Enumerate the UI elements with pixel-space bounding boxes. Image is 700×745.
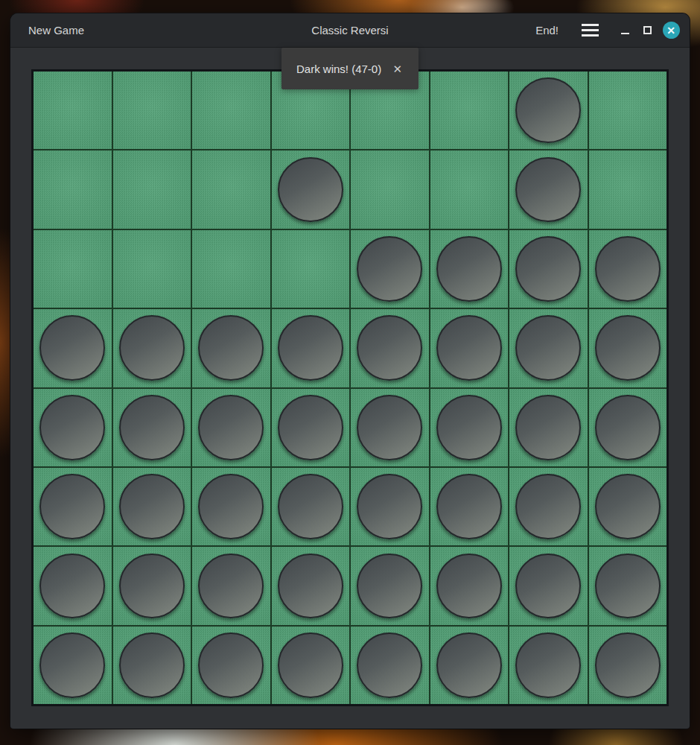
maximize-button[interactable] xyxy=(636,19,658,42)
board-cell[interactable] xyxy=(34,468,112,545)
board-cell[interactable] xyxy=(589,627,667,704)
board-cell[interactable] xyxy=(192,627,270,704)
board-cell[interactable] xyxy=(272,389,350,466)
board-cell[interactable] xyxy=(34,72,112,149)
board-cell[interactable] xyxy=(192,72,270,149)
desktop-background: { "window": { "title": "Classic Reversi"… xyxy=(0,0,700,745)
board-cell[interactable] xyxy=(509,72,588,149)
board-cell[interactable] xyxy=(192,230,270,308)
dark-piece xyxy=(357,474,422,539)
board-cell[interactable] xyxy=(113,230,191,308)
board-cell[interactable] xyxy=(34,150,112,228)
dark-piece xyxy=(515,633,581,698)
dark-piece xyxy=(278,633,343,698)
board-cell[interactable] xyxy=(113,389,191,466)
board-cell[interactable] xyxy=(192,150,270,228)
board-cell[interactable] xyxy=(34,309,112,387)
titlebar[interactable]: New Game Classic Reversi End! ✕ xyxy=(10,13,690,48)
board-cell[interactable] xyxy=(272,468,350,545)
dark-piece xyxy=(436,315,502,381)
board-cell[interactable] xyxy=(430,230,509,308)
board-cell[interactable] xyxy=(192,547,270,624)
dark-piece xyxy=(278,315,343,381)
dark-piece xyxy=(278,157,343,223)
dark-piece xyxy=(198,474,264,539)
result-message: Dark wins! (47-0) xyxy=(296,63,381,75)
board-cell[interactable] xyxy=(272,150,350,228)
board-cell[interactable] xyxy=(34,230,112,308)
board-cell[interactable] xyxy=(272,309,350,387)
board-cell[interactable] xyxy=(34,389,112,466)
board-cell[interactable] xyxy=(272,547,350,624)
board-cell[interactable] xyxy=(351,230,429,308)
dark-piece xyxy=(357,315,422,381)
dark-piece xyxy=(119,554,185,619)
dark-piece xyxy=(357,395,422,460)
board-cell[interactable] xyxy=(509,547,588,624)
titlebar-right-group: End! ✕ xyxy=(532,19,682,42)
dark-piece xyxy=(39,554,105,619)
dark-piece xyxy=(595,474,661,539)
close-button[interactable]: ✕ xyxy=(660,19,682,42)
board-cell[interactable] xyxy=(509,230,588,308)
board-cell[interactable] xyxy=(589,468,667,545)
end-button[interactable]: End! xyxy=(532,19,561,41)
board-cell[interactable] xyxy=(351,150,429,228)
dark-piece xyxy=(515,236,581,302)
dark-piece xyxy=(436,633,502,698)
dark-piece xyxy=(39,315,105,381)
board-cell[interactable] xyxy=(351,468,429,545)
result-toast: Dark wins! (47-0) ✕ xyxy=(281,48,419,89)
board-cell[interactable] xyxy=(589,230,667,308)
board-cell[interactable] xyxy=(509,389,588,466)
board xyxy=(31,69,669,706)
board-cell[interactable] xyxy=(34,627,112,704)
board-cell[interactable] xyxy=(589,389,667,466)
board-cell[interactable] xyxy=(192,468,270,545)
board-cell[interactable] xyxy=(113,468,191,545)
new-game-button[interactable]: New Game xyxy=(25,19,87,41)
board-cell[interactable] xyxy=(351,389,429,466)
board-cell[interactable] xyxy=(589,150,667,228)
board-cell[interactable] xyxy=(351,627,429,704)
board-cell[interactable] xyxy=(113,150,191,228)
board-cell[interactable] xyxy=(430,72,509,149)
board-cell[interactable] xyxy=(430,468,509,545)
board-cell[interactable] xyxy=(430,150,509,228)
board-cell[interactable] xyxy=(34,547,112,624)
board-cell[interactable] xyxy=(351,547,429,624)
board-cell[interactable] xyxy=(192,309,270,387)
minimize-button[interactable] xyxy=(614,19,636,42)
dark-piece xyxy=(436,474,502,539)
board-cell[interactable] xyxy=(113,72,191,149)
board-cell[interactable] xyxy=(272,627,350,704)
board-cell[interactable] xyxy=(589,547,667,624)
dark-piece xyxy=(595,395,661,460)
toast-close-button[interactable]: ✕ xyxy=(389,60,405,77)
board-cell[interactable] xyxy=(430,389,509,466)
dark-piece xyxy=(595,315,661,381)
board-cell[interactable] xyxy=(509,627,588,704)
board-cell[interactable] xyxy=(509,309,588,387)
board-cell[interactable] xyxy=(192,389,270,466)
dark-piece xyxy=(357,633,422,698)
board-cell[interactable] xyxy=(113,627,191,704)
board-cell[interactable] xyxy=(113,309,191,387)
dark-piece xyxy=(39,474,105,539)
board-cell[interactable] xyxy=(430,309,509,387)
menu-button[interactable] xyxy=(576,19,603,42)
dark-piece xyxy=(357,554,422,619)
board-cell[interactable] xyxy=(430,547,509,624)
board-cell[interactable] xyxy=(430,627,509,704)
board-cell[interactable] xyxy=(589,309,667,387)
hamburger-icon xyxy=(582,24,599,26)
dark-piece xyxy=(119,395,185,460)
board-cell[interactable] xyxy=(272,230,350,308)
dark-piece xyxy=(515,157,581,223)
board-cell[interactable] xyxy=(351,309,429,387)
board-cell[interactable] xyxy=(509,150,588,228)
board-cell[interactable] xyxy=(113,547,191,624)
board-cell[interactable] xyxy=(509,468,588,545)
board-cell[interactable] xyxy=(589,72,667,149)
dark-piece xyxy=(595,236,661,302)
